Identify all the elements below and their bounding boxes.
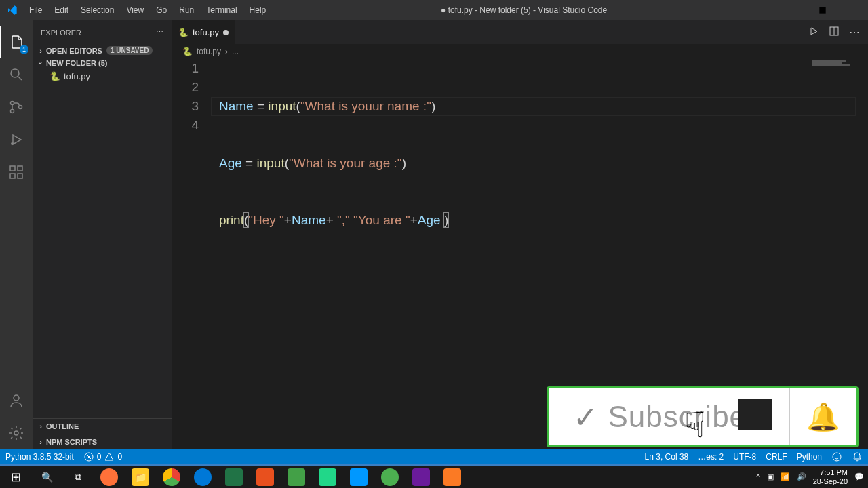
menu-terminal[interactable]: Terminal xyxy=(201,3,242,18)
taskbar-firefox[interactable] xyxy=(94,465,125,488)
svg-rect-1 xyxy=(819,7,825,13)
explorer-title: EXPLORER xyxy=(41,28,81,37)
svg-point-15 xyxy=(14,431,18,435)
explorer-sidebar: EXPLORER ⋯ › OPEN EDITORS 1 UNSAVED › NE… xyxy=(33,20,172,449)
tray-volume-icon[interactable]: 🔊 xyxy=(797,472,806,481)
search-icon[interactable] xyxy=(0,58,33,91)
vscode-logo xyxy=(0,5,24,16)
open-editors-section[interactable]: › OPEN EDITORS 1 UNSAVED xyxy=(33,44,172,57)
svg-point-4 xyxy=(11,69,19,77)
status-feedback-icon[interactable] xyxy=(831,451,842,462)
tray-chevron-icon[interactable]: ^ xyxy=(756,473,760,481)
menu-run[interactable]: Run xyxy=(174,3,199,18)
svg-point-6 xyxy=(11,102,14,105)
status-python-version[interactable]: Python 3.8.5 32-bit xyxy=(5,452,74,462)
menu-selection[interactable]: Selection xyxy=(75,3,119,18)
folder-name: NEW FOLDER (5) xyxy=(46,59,107,67)
minimap[interactable] xyxy=(812,60,867,74)
svg-rect-10 xyxy=(10,166,15,171)
unsaved-dot-icon xyxy=(223,30,229,35)
taskbar-xampp[interactable] xyxy=(437,465,468,488)
breadcrumb-file: tofu.py xyxy=(197,47,221,56)
extensions-icon[interactable] xyxy=(0,156,33,188)
svg-line-2 xyxy=(849,7,856,14)
activity-bar: 1 xyxy=(0,20,33,449)
status-eol[interactable]: CRLF xyxy=(766,452,787,462)
status-cursor-position[interactable]: Ln 3, Col 38 xyxy=(645,452,689,462)
tab-label: tofu.py xyxy=(193,27,219,37)
npm-scripts-section[interactable]: › NPM SCRIPTS xyxy=(33,434,172,449)
python-file-icon: 🐍 xyxy=(178,28,189,37)
status-encoding[interactable]: UTF-8 xyxy=(733,452,756,462)
taskbar-app-green[interactable] xyxy=(281,465,312,488)
menu-go[interactable]: Go xyxy=(151,3,172,18)
taskbar-edge[interactable] xyxy=(187,465,218,488)
run-debug-icon[interactable] xyxy=(0,123,33,156)
taskbar-excel[interactable] xyxy=(218,465,250,488)
folder-section[interactable]: › NEW FOLDER (5) xyxy=(33,57,172,69)
taskbar-explorer[interactable]: 📁 xyxy=(125,465,156,488)
python-file-icon: 🐍 xyxy=(182,47,193,56)
system-tray[interactable]: ^ ▣ 📶 🔊 7:51 PM 28-Sep-20 💬 xyxy=(756,468,868,486)
taskbar-pycharm[interactable] xyxy=(312,465,343,488)
taskbar-search[interactable]: 🔍 xyxy=(31,465,62,488)
taskbar-app-purple[interactable] xyxy=(406,465,437,488)
settings-icon[interactable] xyxy=(0,417,33,449)
status-bell-icon[interactable] xyxy=(852,451,863,462)
taskbar-clock[interactable]: 7:51 PM 28-Sep-20 xyxy=(813,468,848,486)
status-bar: Python 3.8.5 32-bit 0 0 Ln 3, Col 38 …es… xyxy=(0,449,868,464)
notification-bell-button[interactable]: 🔔 xyxy=(789,388,856,445)
breadcrumb[interactable]: 🐍 tofu.py › ... xyxy=(172,44,868,59)
minimize-button[interactable] xyxy=(776,0,807,20)
status-problems[interactable]: 0 0 xyxy=(83,451,122,462)
tabs-row: 🐍 tofu.py ⋯ xyxy=(172,20,868,44)
window-title: ● tofu.py - New folder (5) - Visual Stud… xyxy=(271,5,776,15)
source-control-icon[interactable] xyxy=(0,91,33,123)
code-content[interactable]: Name = input("What is youur name :") Age… xyxy=(219,59,868,325)
window-controls xyxy=(776,0,868,20)
status-spaces[interactable]: …es: 2 xyxy=(698,452,724,462)
chevron-right-icon: › xyxy=(35,47,46,55)
subscribe-overlay: ✓ Subscribed 🔔 ☟ xyxy=(547,386,859,447)
windows-taskbar: ⊞ 🔍 ⧉ 📁 ^ ▣ 📶 🔊 7:51 PM 28-Sep-20 💬 xyxy=(0,464,868,488)
run-file-icon[interactable] xyxy=(808,26,819,39)
menu-view[interactable]: View xyxy=(121,3,149,18)
menu-bar: File Edit Selection View Go Run Terminal… xyxy=(24,3,271,18)
tab-tofu-py[interactable]: 🐍 tofu.py xyxy=(172,20,236,44)
maximize-button[interactable] xyxy=(807,0,837,20)
explorer-icon[interactable]: 1 xyxy=(0,26,33,58)
accounts-icon[interactable] xyxy=(0,384,33,417)
tray-wifi-icon[interactable]: 📶 xyxy=(781,472,790,481)
start-button[interactable]: ⊞ xyxy=(0,465,31,488)
explorer-more-icon[interactable]: ⋯ xyxy=(156,28,163,37)
outline-section[interactable]: › OUTLINE xyxy=(33,418,172,434)
outline-label: OUTLINE xyxy=(46,422,79,430)
split-editor-icon[interactable] xyxy=(829,26,840,39)
svg-line-5 xyxy=(18,77,22,80)
taskbar-app-teal[interactable] xyxy=(374,465,406,488)
svg-point-8 xyxy=(19,106,22,109)
tray-notifications-icon[interactable]: 💬 xyxy=(854,472,864,481)
close-button[interactable] xyxy=(837,0,868,20)
status-language[interactable]: Python xyxy=(797,452,822,462)
menu-file[interactable]: File xyxy=(24,3,47,18)
svg-point-14 xyxy=(14,395,19,401)
svg-line-3 xyxy=(849,7,856,14)
chevron-down-icon: › xyxy=(37,58,45,68)
menu-edit[interactable]: Edit xyxy=(49,3,74,18)
tray-app-icon[interactable]: ▣ xyxy=(767,472,774,481)
svg-rect-12 xyxy=(10,174,15,178)
file-tofu-py[interactable]: 🐍 tofu.py xyxy=(33,69,172,83)
taskbar-chrome[interactable] xyxy=(156,465,187,488)
open-editors-label: OPEN EDITORS xyxy=(46,47,102,55)
taskbar-app-orange[interactable] xyxy=(250,465,281,488)
overlay-dark-patch xyxy=(738,399,772,430)
menu-help[interactable]: Help xyxy=(244,3,272,18)
taskbar-taskview[interactable]: ⧉ xyxy=(62,465,94,488)
svg-point-7 xyxy=(11,110,14,113)
taskbar-vscode[interactable] xyxy=(343,465,374,488)
check-icon: ✓ xyxy=(573,400,598,434)
editor-more-icon[interactable]: ⋯ xyxy=(849,26,860,39)
chevron-right-icon: › xyxy=(225,47,228,56)
npm-scripts-label: NPM SCRIPTS xyxy=(46,438,97,446)
